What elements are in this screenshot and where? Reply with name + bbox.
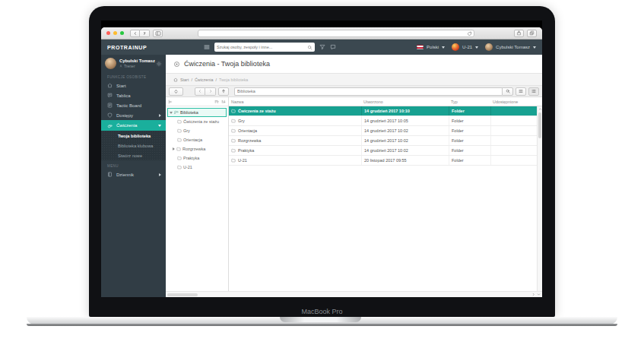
tree-node-biblioteka[interactable]: Biblioteka [167,108,227,117]
submenu-item-label: Biblioteka klubowa [118,144,153,148]
folder-icon [176,147,181,151]
sort-ascending-button[interactable] [214,100,219,104]
column-header-nazwa[interactable]: Nazwa [229,100,361,104]
tree-node-label: Praktyka [183,156,199,160]
minimize-window-button[interactable] [113,31,117,35]
submenu-item-biblioteka-klubowa[interactable]: Biblioteka klubowa [101,141,166,150]
scrollbar-thumb[interactable] [538,112,541,138]
collapse-panel-button[interactable] [169,87,183,96]
column-header-udostepnione[interactable]: Udostępnione [490,100,542,104]
sidebar-item-start[interactable]: Start [101,81,166,90]
go-up-button[interactable] [218,87,229,96]
file-type: Folder [449,126,490,135]
sidebar-item-tactic-board[interactable]: Tactic Board [101,100,166,110]
table-row[interactable]: Gry 14 grudzień 2017 10:05 Folder [229,116,542,126]
nav-forward-button[interactable] [205,87,216,96]
sidebar-item-dziennik[interactable]: Dziennik [101,169,166,179]
horizontal-scrollbar[interactable] [166,291,542,297]
reload-icon [467,31,472,36]
tree-node[interactable]: Gry [166,126,228,135]
file-shared [490,126,542,135]
tabs-overview-button[interactable] [527,30,537,37]
home-icon [173,78,178,82]
language-selector[interactable]: Polski [427,45,439,49]
gear-icon [156,61,162,67]
app-logo[interactable]: PROTRAINUP [101,45,166,50]
file-created: 14 grudzień 2017 10:02 [361,136,449,145]
tree-node-label: U-21 [183,165,192,169]
collapse-all-button[interactable] [168,100,173,104]
share-button[interactable] [514,30,524,37]
nav-back-button[interactable] [195,87,205,96]
view-details-button[interactable] [528,87,539,96]
sort-descending-button[interactable] [221,100,226,104]
file-name: Orientacja [238,128,257,133]
scroll-right-icon[interactable] [531,293,535,296]
tree-node[interactable]: Orientacja [166,135,228,144]
folder-icon [231,119,236,123]
sidebar-item-dostepy[interactable]: Dostępy [101,110,166,120]
chat-board-icon [107,93,113,98]
chevron-down-icon [158,125,161,127]
sidebar-item-tablica[interactable]: Tablica [101,90,166,100]
sidebar-profile: Cybulski Tomasz Trener [101,55,166,71]
tree-node[interactable]: Praktyka [166,154,228,163]
table-row[interactable]: Rozgrzewka 14 grudzień 2017 10:02 Folder [229,136,542,146]
sidebar-item-cwiczenia[interactable]: Ćwiczenia [101,120,166,131]
table-row[interactable]: Praktyka 14 grudzień 2017 10:02 Folder [229,146,542,156]
menu-toggle-button[interactable] [204,44,210,50]
scrollbar-thumb[interactable] [167,293,198,296]
settings-button[interactable] [156,61,162,67]
browser-sidebar-toggle-button[interactable] [153,30,163,37]
vertical-scrollbar[interactable] [537,106,542,291]
breadcrumb-item[interactable]: Start [180,78,189,82]
tree-node[interactable]: Rozgrzewka [166,144,228,154]
reload-button[interactable] [467,31,472,36]
laptop-base-edge [27,324,617,326]
zoom-window-button[interactable] [120,31,124,35]
scroll-up-icon[interactable] [538,107,542,111]
table-row[interactable]: Ćwiczenia ze stażu 14 grudzień 2017 10:1… [229,106,542,116]
team-selector[interactable]: U-21 [462,45,472,49]
submenu-item-twoja-biblioteka[interactable]: Twoja biblioteka [101,131,166,141]
browser-back-button[interactable] [130,30,140,37]
filter-button[interactable] [319,44,325,50]
home-icon [107,83,113,88]
tree-node[interactable]: Ćwiczenia ze stażu [166,117,228,126]
sidebar-toggle-icon [155,30,161,36]
library-search [234,87,513,96]
table-row[interactable]: U-21 20 listopad 2017 09:55 Folder [229,156,542,166]
scroll-down-icon[interactable] [537,293,541,296]
browser-forward-button[interactable] [140,30,150,37]
messages-button[interactable] [330,44,336,50]
address-bar[interactable] [198,30,474,37]
chevron-right-icon [159,114,161,117]
breadcrumb-item[interactable]: Ćwiczenia [195,78,214,82]
breadcrumb-item-current: Twoja biblioteka [219,78,248,82]
file-shared [490,156,542,165]
file-created: 14 grudzień 2017 10:02 [361,146,449,155]
sidebar-item-label: Tablica [116,93,131,98]
user-menu[interactable]: Cybulski Tomasz [496,45,530,49]
close-window-button[interactable] [106,31,110,35]
global-search-input[interactable] [217,45,307,49]
library-search-button[interactable] [502,87,513,96]
table-row[interactable]: Orientacja 14 grudzień 2017 10:02 Folder [229,126,542,136]
sidebar-item-label: Dostępy [116,113,133,118]
file-name: Ćwiczenia ze stażu [238,109,276,113]
detail-view-icon [531,89,536,93]
profile-name: Cybulski Tomasz [119,59,153,63]
tree-node-label: Ćwiczenia ze stażu [183,119,219,124]
poland-flag-icon [417,45,424,49]
library-search-input[interactable] [234,87,502,96]
view-list-button[interactable] [516,87,526,96]
submenu-item-label: Twoja biblioteka [118,134,151,138]
file-name: U-21 [238,158,247,163]
column-header-utworzono[interactable]: Utworzono [361,100,449,104]
chevron-right-icon[interactable] [173,147,175,150]
chevron-right-icon [142,31,147,36]
column-header-typ[interactable]: Typ [449,100,490,104]
submenu-item-stworz-nowe[interactable]: Stwórz nowe [101,150,166,160]
chevron-down-icon [170,112,173,114]
tree-node[interactable]: U-21 [166,163,228,172]
